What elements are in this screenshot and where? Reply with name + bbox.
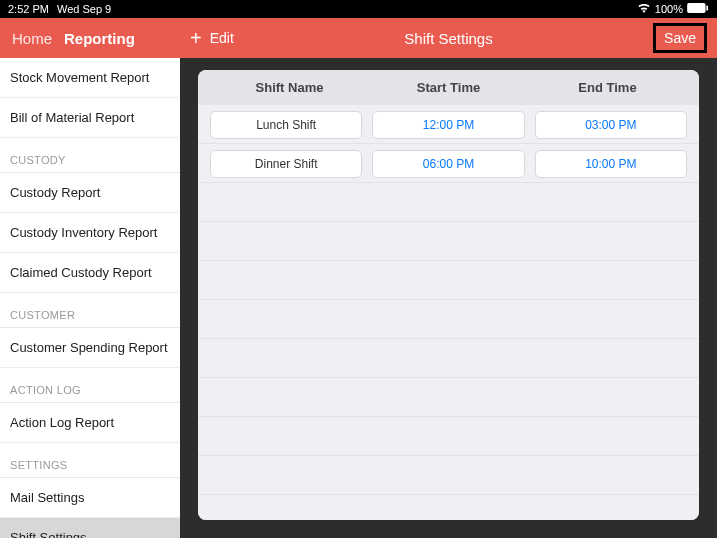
content-header: + Edit Shift Settings Save	[180, 18, 717, 58]
end-time-input[interactable]: 03:00 PM	[535, 111, 687, 139]
table-header-row: Shift Name Start Time End Time	[198, 70, 699, 105]
sidebar-item[interactable]: Action Log Report	[0, 403, 180, 443]
svg-rect-1	[706, 6, 708, 11]
sidebar-item[interactable]: Shift Settings	[0, 518, 180, 538]
sidebar: Home Reporting Stock Movement ReportBill…	[0, 18, 180, 538]
battery-percent: 100%	[655, 3, 683, 15]
status-bar: 2:52 PM Wed Sep 9 100%	[0, 0, 717, 18]
svg-rect-0	[687, 3, 705, 13]
status-date: Wed Sep 9	[57, 3, 111, 15]
sidebar-section-header: ACTION LOG	[0, 368, 180, 403]
page-title: Shift Settings	[404, 30, 492, 47]
sidebar-section-header: CUSTOMER	[0, 293, 180, 328]
edit-label: Edit	[210, 30, 234, 46]
sidebar-item[interactable]: Mail Settings	[0, 478, 180, 518]
battery-icon	[687, 3, 709, 15]
content-body: Shift Name Start Time End Time Lunch Shi…	[198, 70, 699, 520]
sidebar-item[interactable]: Custody Inventory Report	[0, 213, 180, 253]
sidebar-title: Reporting	[64, 30, 135, 47]
save-button[interactable]: Save	[653, 23, 707, 53]
sidebar-item[interactable]: Claimed Custody Report	[0, 253, 180, 293]
sidebar-item[interactable]: Customer Spending Report	[0, 328, 180, 368]
sidebar-section-header: CUSTODY	[0, 138, 180, 173]
sidebar-header: Home Reporting	[0, 18, 180, 58]
end-time-input[interactable]: 10:00 PM	[535, 150, 687, 178]
edit-button[interactable]: + Edit	[190, 28, 234, 48]
sidebar-item[interactable]: Bill of Material Report	[0, 98, 180, 138]
col-header-name: Shift Name	[210, 80, 369, 95]
content-pane: + Edit Shift Settings Save Shift Name St…	[180, 18, 717, 538]
table-row: Dinner Shift06:00 PM10:00 PM	[198, 144, 699, 183]
shift-name-input[interactable]: Dinner Shift	[210, 150, 362, 178]
col-header-end: End Time	[528, 80, 687, 95]
home-link[interactable]: Home	[12, 30, 52, 47]
sidebar-item[interactable]: Custody Report	[0, 173, 180, 213]
start-time-input[interactable]: 06:00 PM	[372, 150, 524, 178]
table-row: Lunch Shift12:00 PM03:00 PM	[198, 105, 699, 144]
sidebar-section-header: SETTINGS	[0, 443, 180, 478]
col-header-start: Start Time	[369, 80, 528, 95]
wifi-icon	[637, 3, 651, 15]
shift-name-input[interactable]: Lunch Shift	[210, 111, 362, 139]
sidebar-item[interactable]: Stock Movement Report	[0, 58, 180, 98]
start-time-input[interactable]: 12:00 PM	[372, 111, 524, 139]
status-time: 2:52 PM	[8, 3, 49, 15]
sidebar-body[interactable]: Stock Movement ReportBill of Material Re…	[0, 58, 180, 538]
table-body: Lunch Shift12:00 PM03:00 PMDinner Shift0…	[198, 105, 699, 520]
plus-icon: +	[190, 28, 202, 48]
